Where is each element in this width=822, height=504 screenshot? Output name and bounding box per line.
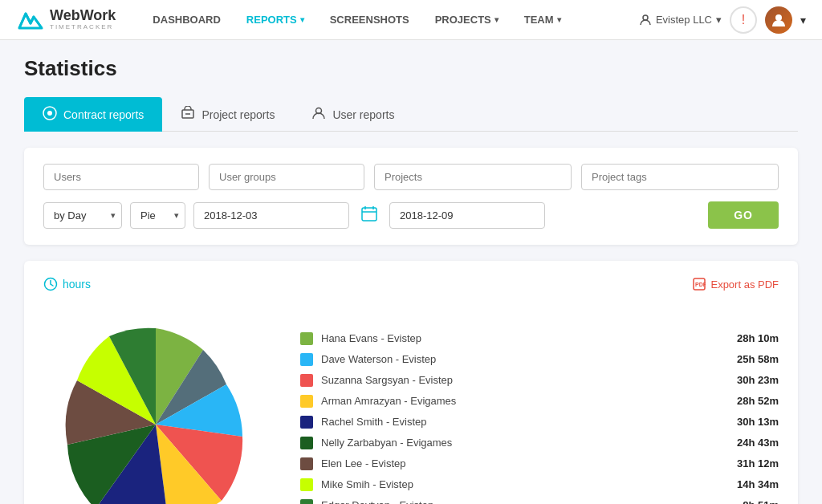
legend-color <box>300 416 313 429</box>
legend-item: Mike Smih - Evistep 14h 34m <box>300 478 779 491</box>
brand-logo[interactable]: WebWork TIMETRACKER <box>16 6 116 35</box>
legend-hours: 30h 13m <box>722 416 779 428</box>
filter-row-2: by Day by Week by Month ▾ Pie Bar Line ▾ <box>43 201 779 229</box>
nav-projects[interactable]: PROJECTS ▾ <box>422 0 511 40</box>
period-select[interactable]: by Day by Week by Month <box>43 202 122 229</box>
nav-items: DASHBOARD REPORTS ▾ SCREENSHOTS PROJECTS… <box>140 0 639 40</box>
pie-chart <box>43 312 268 504</box>
legend-color <box>300 374 313 387</box>
legend-item: Edgar Davtyan - Evistep 8h 51m <box>300 499 779 505</box>
pdf-icon: PDF <box>693 278 706 291</box>
svg-rect-8 <box>362 208 376 221</box>
calendar-icon-button[interactable] <box>357 205 381 226</box>
date-to-input[interactable] <box>389 202 545 229</box>
legend-name: Rachel Smith - Evistep <box>321 416 722 428</box>
pie-chart-svg <box>43 312 268 504</box>
svg-point-2 <box>775 14 782 21</box>
calendar-icon <box>360 205 378 222</box>
legend-hours: 31h 12m <box>722 457 779 469</box>
project-icon <box>181 106 195 124</box>
tabs: Contract reports Project reports User re… <box>24 97 798 132</box>
nav-team[interactable]: TEAM ▾ <box>511 0 574 40</box>
user-groups-input[interactable] <box>209 164 364 190</box>
chart-body: Hana Evans - Evistep 28h 10m Dave Waters… <box>43 304 779 504</box>
user-reports-icon <box>311 106 326 124</box>
legend-name: Nelly Zarbabyan - Evigames <box>321 437 722 449</box>
legend-item: Rachel Smith - Evistep 30h 13m <box>300 416 779 429</box>
page-title: Statistics <box>24 56 798 81</box>
legend-item: Arman Amrazyan - Evigames 28h 52m <box>300 395 779 408</box>
legend-item: Elen Lee - Evistep 31h 12m <box>300 457 779 470</box>
nav-right: Evistep LLC ▾ ! ▾ <box>639 6 806 34</box>
chart-type-select-wrapper: Pie Bar Line ▾ <box>130 202 185 229</box>
brand-name: WebWork <box>50 8 116 24</box>
contract-icon <box>43 106 57 124</box>
nav-dashboard[interactable]: DASHBOARD <box>140 0 234 40</box>
chart-section: hours PDF Export as PDF <box>24 261 798 504</box>
brand-icon <box>16 6 45 35</box>
avatar[interactable] <box>765 6 792 34</box>
filter-card: by Day by Week by Month ▾ Pie Bar Line ▾ <box>24 148 798 245</box>
chevron-down-icon: ▾ <box>494 15 498 24</box>
chevron-down-icon[interactable]: ▾ <box>800 14 806 26</box>
legend-name: Suzanna Sargsyan - Evistep <box>321 374 722 386</box>
legend-hours: 30h 23m <box>722 374 779 386</box>
building-icon <box>639 14 652 26</box>
legend-color <box>300 395 313 408</box>
export-pdf-button[interactable]: PDF Export as PDF <box>693 278 779 291</box>
legend-color <box>300 332 313 345</box>
legend-hours: 14h 34m <box>722 478 779 490</box>
chevron-down-icon: ▾ <box>716 14 722 26</box>
svg-text:PDF: PDF <box>695 282 706 287</box>
nav-reports[interactable]: REPORTS ▾ <box>234 0 317 40</box>
legend-item: Suzanna Sargsyan - Evistep 30h 23m <box>300 374 779 387</box>
legend-hours: 28h 52m <box>722 395 779 407</box>
legend-item: Hana Evans - Evistep 28h 10m <box>300 332 779 345</box>
brand-sub: TIMETRACKER <box>50 24 116 31</box>
legend-name: Arman Amrazyan - Evigames <box>321 395 722 407</box>
legend-hours: 8h 51m <box>722 499 779 504</box>
chevron-down-icon: ▾ <box>557 15 561 24</box>
chart-type-select[interactable]: Pie Bar Line <box>130 202 185 229</box>
page-content: Statistics Contract reports Project repo… <box>0 40 822 504</box>
clock-icon <box>43 277 58 291</box>
legend-color <box>300 437 313 449</box>
user-icon <box>771 12 787 28</box>
legend-hours: 25h 58m <box>722 353 779 365</box>
legend-color <box>300 457 313 470</box>
chart-header: hours PDF Export as PDF <box>43 277 779 291</box>
tab-contract-reports[interactable]: Contract reports <box>24 97 162 132</box>
legend-color <box>300 353 313 366</box>
date-from-input[interactable] <box>193 202 349 229</box>
legend-color <box>300 478 313 491</box>
legend-name: Edgar Davtyan - Evistep <box>321 499 722 504</box>
legend-hours: 24h 43m <box>722 437 779 449</box>
legend-name: Elen Lee - Evistep <box>321 457 722 469</box>
project-tags-input[interactable] <box>581 164 779 190</box>
legend-item: Dave Waterson - Evistep 25h 58m <box>300 353 779 366</box>
legend-name: Hana Evans - Evistep <box>321 332 722 344</box>
chevron-down-icon: ▾ <box>300 15 304 24</box>
navbar: WebWork TIMETRACKER DASHBOARD REPORTS ▾ … <box>0 0 822 40</box>
projects-input[interactable] <box>374 164 572 190</box>
legend-name: Mike Smih - Evistep <box>321 478 722 490</box>
legend-item: Nelly Zarbabyan - Evigames 24h 43m <box>300 437 779 449</box>
company-selector[interactable]: Evistep LLC ▾ <box>639 14 722 26</box>
hours-label: hours <box>43 277 91 291</box>
legend-hours: 28h 10m <box>722 332 779 344</box>
svg-point-4 <box>47 111 52 116</box>
go-button[interactable]: GO <box>708 201 779 229</box>
tab-user-reports[interactable]: User reports <box>293 97 413 132</box>
tab-project-reports[interactable]: Project reports <box>162 97 293 132</box>
nav-screenshots[interactable]: SCREENSHOTS <box>317 0 422 40</box>
legend: Hana Evans - Evistep 28h 10m Dave Waters… <box>300 332 779 505</box>
filter-row-1 <box>43 164 779 190</box>
period-select-wrapper: by Day by Week by Month ▾ <box>43 202 122 229</box>
brand-text: WebWork TIMETRACKER <box>50 8 116 31</box>
svg-point-1 <box>643 15 648 20</box>
notification-button[interactable]: ! <box>730 6 757 34</box>
users-input[interactable] <box>43 164 199 190</box>
legend-color <box>300 499 313 505</box>
legend-name: Dave Waterson - Evistep <box>321 353 722 365</box>
